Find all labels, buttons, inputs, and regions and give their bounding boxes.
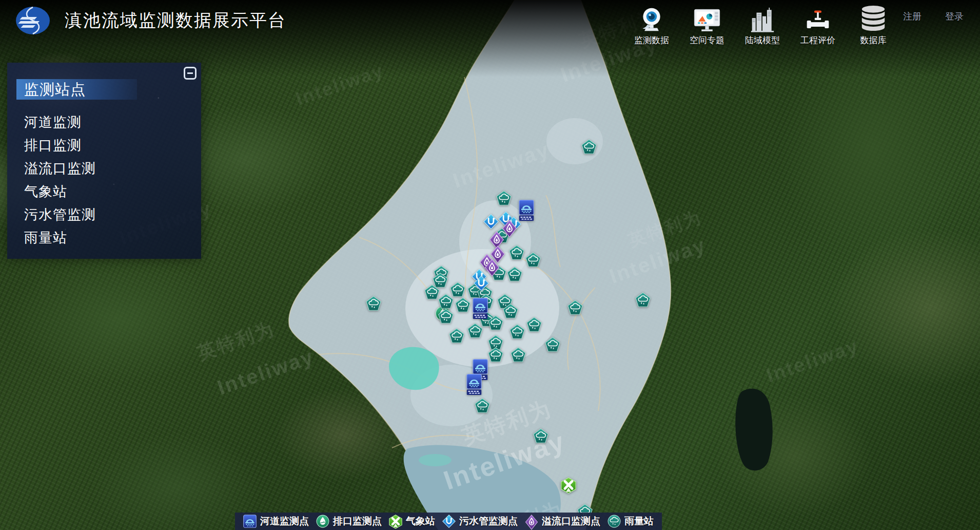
- top-navigation: 监测数据 空间专题 陆域模型 工程评价 数据库: [630, 3, 895, 46]
- rain-marker[interactable]: [496, 191, 512, 205]
- overflow-station-icon: [525, 515, 538, 528]
- sidebar-item[interactable]: 排口监测: [24, 134, 201, 157]
- rain-marker[interactable]: [635, 292, 651, 307]
- rain-gauge-marker-icon: [488, 315, 503, 330]
- rain-gauge-marker-icon: [455, 298, 471, 313]
- rain-marker[interactable]: [581, 139, 597, 154]
- login-link[interactable]: 登录: [945, 10, 964, 23]
- rain-gauge-marker-icon: [488, 348, 503, 363]
- rain-gauge-marker-icon: [525, 252, 541, 267]
- legend-item[interactable]: 排口监测点: [316, 515, 382, 528]
- river-marker[interactable]: [473, 298, 488, 319]
- rain-marker[interactable]: [438, 309, 454, 324]
- register-link[interactable]: 注册: [903, 10, 922, 23]
- rain-marker[interactable]: [511, 348, 526, 363]
- rain-gauge-marker-icon: [526, 317, 542, 332]
- sewage-marker[interactable]: [474, 276, 489, 291]
- weather-marker[interactable]: [561, 478, 576, 494]
- auth-links: 注册 登录: [903, 10, 964, 23]
- sewage-station-icon: [474, 276, 489, 291]
- rain-gauge-marker-icon: [467, 323, 483, 338]
- river-marker-icon: [466, 374, 482, 395]
- database-icon: [860, 3, 886, 33]
- weather-station-icon: [561, 478, 576, 494]
- rain-gauge-marker-icon: [438, 309, 454, 324]
- overflow-marker[interactable]: [484, 259, 500, 276]
- outlet-station-icon: [316, 515, 329, 528]
- rain-gauge-marker-icon: [581, 139, 597, 154]
- topnav-item[interactable]: 空间专题: [685, 3, 729, 46]
- sewage-station-icon: [483, 214, 499, 230]
- legend-item[interactable]: 溢流口监测点: [525, 515, 600, 528]
- sewage-marker[interactable]: [483, 214, 499, 230]
- panel-collapse-button[interactable]: [184, 67, 197, 80]
- rain-marker[interactable]: [509, 245, 524, 260]
- legend-item[interactable]: 污水管监测点: [442, 515, 518, 528]
- rain-gauge-marker-icon: [475, 398, 490, 413]
- rain-marker[interactable]: [533, 428, 548, 443]
- rain-gauge-marker-icon: [449, 328, 464, 343]
- rain-marker[interactable]: [509, 324, 525, 339]
- rain-marker[interactable]: [503, 304, 518, 318]
- rain-marker[interactable]: [449, 328, 464, 343]
- legend-item[interactable]: 气象站: [389, 515, 435, 528]
- rain-gauge-marker-icon: [509, 245, 524, 260]
- rain-marker[interactable]: [526, 317, 542, 332]
- river-marker-icon: [473, 298, 488, 319]
- cti-logo[interactable]: [15, 6, 50, 35]
- sidebar-item[interactable]: 气象站: [24, 180, 201, 203]
- overflow-station-icon: [484, 259, 500, 276]
- sidebar-item[interactable]: 河道监测: [24, 111, 201, 134]
- river-marker[interactable]: [466, 374, 482, 395]
- rain-marker[interactable]: [438, 294, 454, 309]
- sidebar-item[interactable]: 雨量站: [24, 226, 201, 250]
- monitoring-stations-panel: 监测站点 河道监测 排口监测 溢流口监测 气象站 污水管监测 雨量站: [7, 63, 201, 259]
- rain-gauge-marker-icon: [511, 348, 526, 363]
- rain-gauge-marker-icon: [635, 292, 651, 307]
- weather-station-icon: [389, 515, 402, 528]
- rain-gauge-marker-icon: [533, 428, 548, 443]
- rain-gauge-marker-icon: [507, 267, 522, 281]
- rain-gauge-marker-icon: [438, 294, 454, 309]
- rain-gauge-marker-icon: [366, 296, 381, 311]
- river-station-icon: [243, 515, 257, 528]
- sidebar-item[interactable]: 污水管监测: [24, 203, 201, 226]
- rain-gauge-marker-icon: [496, 191, 512, 205]
- rain-marker[interactable]: [545, 337, 560, 352]
- sidebar-item[interactable]: 溢流口监测: [24, 157, 201, 180]
- rain-marker[interactable]: [424, 285, 440, 299]
- panel-menu: 河道监测 排口监测 溢流口监测 气象站 污水管监测 雨量站: [7, 111, 201, 250]
- rain-marker[interactable]: [567, 300, 583, 315]
- pipe-valve-icon: [806, 3, 830, 33]
- webcam-icon: [639, 3, 664, 33]
- sewage-station-icon: [442, 515, 456, 528]
- rain-gauge-marker-icon: [424, 285, 440, 299]
- rain-marker[interactable]: [467, 323, 483, 338]
- map-legend: 河道监测点 排口监测点 气象站 污水管监测点 溢流口监测点: [235, 513, 662, 530]
- rain-gauge-marker-icon: [567, 300, 583, 315]
- rain-marker[interactable]: [525, 252, 541, 267]
- topnav-item[interactable]: 陆域模型: [740, 3, 785, 46]
- buildings-icon: [751, 3, 774, 33]
- rain-marker[interactable]: [488, 348, 503, 363]
- rain-gauge-marker-icon: [509, 324, 525, 339]
- brand: 滇池流域监测数据展示平台: [15, 6, 286, 35]
- monitor-chart-icon: [694, 3, 720, 33]
- rain-marker[interactable]: [507, 267, 522, 281]
- legend-item[interactable]: 雨量站: [607, 515, 654, 528]
- panel-title: 监测站点: [16, 79, 137, 100]
- rain-marker[interactable]: [475, 398, 490, 413]
- legend-item[interactable]: 河道监测点: [243, 515, 309, 528]
- rain-marker[interactable]: [366, 296, 381, 311]
- topnav-item[interactable]: 工程评价: [796, 3, 840, 46]
- page-title: 滇池流域监测数据展示平台: [65, 9, 286, 32]
- rain-station-icon: [607, 515, 621, 528]
- rain-gauge-marker-icon: [545, 337, 560, 352]
- app-window: Inteliway 英特利为 Inteliway 英特利为 Inteliway …: [0, 0, 980, 530]
- topnav-item[interactable]: 数据库: [851, 3, 895, 46]
- rain-gauge-marker-icon: [503, 304, 518, 318]
- rain-marker[interactable]: [455, 298, 471, 313]
- topnav-item[interactable]: 监测数据: [630, 3, 674, 46]
- rain-marker[interactable]: [488, 315, 503, 330]
